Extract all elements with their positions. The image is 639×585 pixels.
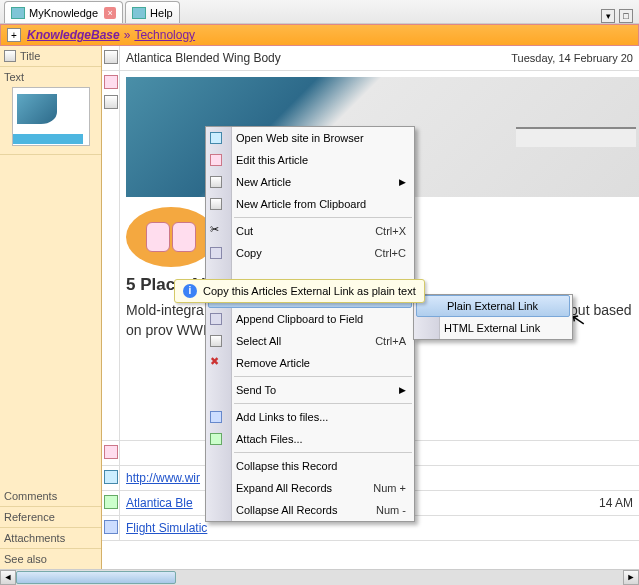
article-date: Tuesday, 14 February 20 bbox=[511, 52, 633, 64]
menu-collapse-all[interactable]: Collapse All RecordsNum - bbox=[206, 499, 414, 521]
edit-icon[interactable] bbox=[104, 75, 118, 89]
menu-open-browser[interactable]: Open Web site in Browser bbox=[206, 127, 414, 149]
menu-add-links[interactable]: Add Links to files... bbox=[206, 406, 414, 428]
tab-label: Help bbox=[150, 7, 173, 19]
breadcrumb-sep: » bbox=[124, 28, 131, 42]
horizontal-scrollbar[interactable]: ◄ ► bbox=[0, 569, 639, 585]
submenu-plain-link[interactable]: Plain External Link bbox=[416, 295, 570, 317]
delete-icon: ✖ bbox=[210, 355, 226, 371]
attach-icon bbox=[210, 433, 222, 445]
pencil-icon bbox=[210, 154, 222, 166]
attach-icon[interactable] bbox=[104, 495, 118, 509]
sidebar-attachments[interactable]: Attachments bbox=[0, 528, 101, 549]
menu-expand-all[interactable]: Expand All RecordsNum + bbox=[206, 477, 414, 499]
tab-label: MyKnowledge bbox=[29, 7, 98, 19]
menu-new-article[interactable]: New Article▶ bbox=[206, 171, 414, 193]
menu-edit-article[interactable]: Edit this Article bbox=[206, 149, 414, 171]
menu-remove-article[interactable]: ✖Remove Article bbox=[206, 352, 414, 374]
chevron-right-icon: ▶ bbox=[399, 385, 406, 395]
sidebar-text[interactable]: Text bbox=[0, 67, 101, 155]
folder-icon bbox=[11, 7, 25, 19]
tab-myknowledge[interactable]: MyKnowledge × bbox=[4, 1, 123, 23]
expand-icon[interactable]: + bbox=[7, 28, 21, 42]
scroll-thumb[interactable] bbox=[16, 571, 176, 584]
info-icon: i bbox=[183, 284, 197, 298]
title-row: Atlantica Blended Wing Body Tuesday, 14 … bbox=[102, 46, 639, 71]
sidebar-label: Text bbox=[4, 71, 24, 83]
menu-collapse-record[interactable]: Collapse this Record bbox=[206, 455, 414, 477]
menu-copy[interactable]: CopyCtrl+C bbox=[206, 242, 414, 264]
folder-icon bbox=[132, 7, 146, 19]
breadcrumb: + KnowledgeBase » Technology bbox=[0, 24, 639, 46]
tooltip: i Copy this Articles External Link as pl… bbox=[174, 279, 425, 303]
globe-icon[interactable] bbox=[104, 470, 118, 484]
context-menu: Open Web site in Browser Edit this Artic… bbox=[205, 126, 415, 522]
article-icon bbox=[104, 50, 118, 64]
doc-icon bbox=[210, 176, 222, 188]
menu-cut[interactable]: ✂CutCtrl+X bbox=[206, 220, 414, 242]
sidebar-label: Comments bbox=[4, 490, 97, 502]
scroll-left-icon[interactable]: ◄ bbox=[0, 570, 16, 585]
copy-icon bbox=[210, 247, 222, 259]
tab-controls: ▾ □ bbox=[601, 9, 639, 23]
close-icon[interactable]: × bbox=[104, 7, 116, 19]
submenu-html-link[interactable]: HTML External Link bbox=[414, 317, 572, 339]
scissors-icon: ✂ bbox=[210, 223, 226, 239]
collapse-icon[interactable] bbox=[104, 95, 118, 109]
breadcrumb-root[interactable]: KnowledgeBase bbox=[27, 28, 120, 42]
tab-bar: MyKnowledge × Help ▾ □ bbox=[0, 0, 639, 24]
menu-new-from-clipboard[interactable]: New Article from Clipboard bbox=[206, 193, 414, 215]
sidebar-title[interactable]: Title bbox=[0, 46, 101, 67]
menu-append-clipboard[interactable]: Append Clipboard to Field bbox=[206, 308, 414, 330]
sidebar-label: Reference bbox=[4, 511, 97, 523]
link-icon[interactable] bbox=[104, 520, 118, 534]
thumbnail[interactable] bbox=[12, 87, 90, 146]
globe-icon bbox=[210, 132, 222, 144]
menu-send-to[interactable]: Send To▶ bbox=[206, 379, 414, 401]
seealso-link[interactable]: Flight Simulatic bbox=[126, 521, 207, 535]
article-title: Atlantica Blended Wing Body bbox=[126, 51, 281, 65]
menu-attach-files[interactable]: Attach Files... bbox=[206, 428, 414, 450]
scroll-right-icon[interactable]: ► bbox=[623, 570, 639, 585]
tab-help[interactable]: Help bbox=[125, 1, 180, 23]
minimize-icon[interactable]: ▾ bbox=[601, 9, 615, 23]
chevron-right-icon: ▶ bbox=[399, 177, 406, 187]
tooltip-text: Copy this Articles External Link as plai… bbox=[203, 285, 416, 297]
edit-icon[interactable] bbox=[104, 445, 118, 459]
sidebar-seealso[interactable]: See also bbox=[0, 549, 101, 570]
select-icon bbox=[210, 335, 222, 347]
clipboard-icon bbox=[210, 198, 222, 210]
sidebar-comments[interactable]: Comments bbox=[0, 486, 101, 507]
sidebar-reference[interactable]: Reference bbox=[0, 507, 101, 528]
sidebar-label: See also bbox=[4, 553, 97, 565]
attachment-link[interactable]: Atlantica Ble bbox=[126, 496, 193, 510]
title-icon bbox=[4, 50, 16, 62]
attachment-time: 14 AM bbox=[599, 496, 633, 510]
breadcrumb-current[interactable]: Technology bbox=[134, 28, 195, 42]
sidebar: Title Text Comments Reference Attachment… bbox=[0, 46, 102, 570]
seats-image bbox=[126, 207, 216, 267]
sidebar-label: Attachments bbox=[4, 532, 97, 544]
menu-select-all[interactable]: Select AllCtrl+A bbox=[206, 330, 414, 352]
link-icon bbox=[210, 411, 222, 423]
clipboard-icon bbox=[210, 313, 222, 325]
reference-link[interactable]: http://www.wir bbox=[126, 471, 200, 485]
copy-as-submenu: Plain External Link HTML External Link bbox=[413, 294, 573, 340]
maximize-icon[interactable]: □ bbox=[619, 9, 633, 23]
sidebar-label: Title bbox=[20, 50, 97, 62]
